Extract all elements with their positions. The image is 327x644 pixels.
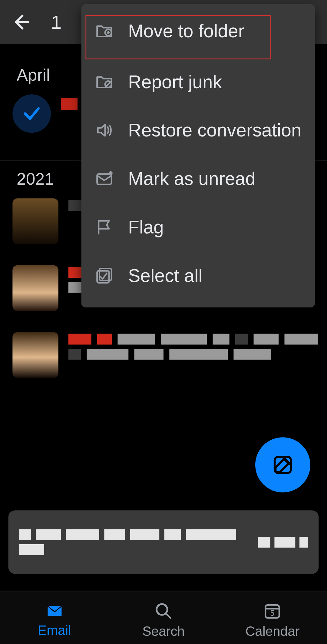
menu-mark-unread[interactable]: Mark as unread xyxy=(81,155,315,203)
tab-email-label: Email xyxy=(38,622,71,638)
calendar-icon: 5 xyxy=(263,602,282,620)
menu-label: Restore conversation xyxy=(128,120,302,141)
tab-calendar[interactable]: 5 Calendar xyxy=(218,592,327,644)
menu-label: Mark as unread xyxy=(128,168,256,189)
search-icon xyxy=(154,602,173,620)
svg-line-3 xyxy=(166,613,170,618)
menu-label: Select all xyxy=(128,265,203,286)
avatar xyxy=(12,332,58,378)
menu-restore-conversation[interactable]: Restore conversation xyxy=(81,106,315,155)
select-all-icon xyxy=(92,263,116,288)
email-preview xyxy=(68,332,319,360)
svg-rect-10 xyxy=(97,174,112,184)
svg-point-11 xyxy=(109,171,113,175)
mail-unread-icon xyxy=(92,167,116,191)
selected-check-icon xyxy=(12,94,51,133)
tab-email[interactable]: Email xyxy=(0,592,109,644)
svg-line-9 xyxy=(106,82,110,86)
selection-count: 1 xyxy=(51,11,61,33)
annotation-highlight xyxy=(85,15,271,59)
menu-report-junk[interactable]: Report junk xyxy=(81,58,315,106)
menu-flag[interactable]: Flag xyxy=(81,203,315,251)
email-icon xyxy=(45,602,64,619)
speaker-icon xyxy=(92,118,116,143)
undo-snackbar[interactable] xyxy=(8,510,319,574)
menu-label: Report junk xyxy=(128,72,222,92)
flag-icon xyxy=(92,215,116,239)
avatar xyxy=(12,265,58,311)
folder-block-icon xyxy=(92,70,116,94)
email-row[interactable] xyxy=(0,324,327,391)
tab-calendar-label: Calendar xyxy=(246,623,300,639)
svg-text:5: 5 xyxy=(270,609,275,617)
tab-search-label: Search xyxy=(142,623,185,639)
avatar xyxy=(12,198,58,244)
bottom-nav: Email Search 5 Calendar xyxy=(0,591,327,644)
tab-search[interactable]: Search xyxy=(109,592,218,644)
snackbar-action[interactable] xyxy=(258,537,308,548)
menu-select-all[interactable]: Select all xyxy=(81,251,315,300)
back-button[interactable] xyxy=(5,7,35,37)
menu-label: Flag xyxy=(128,217,164,238)
compose-fab[interactable] xyxy=(255,437,310,492)
snackbar-message xyxy=(19,529,258,555)
